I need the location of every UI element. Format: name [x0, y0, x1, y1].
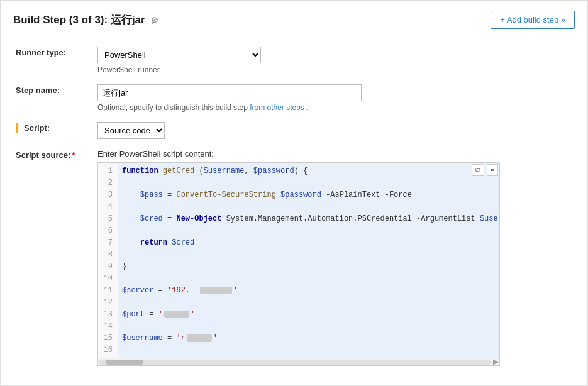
script-source-label-cell: Script source:* [13, 144, 95, 371]
page-title: Build Step (3 of 3): 运行jar [13, 13, 145, 27]
header-row: Build Step (3 of 3): 运行jar ⌮ + Add build… [13, 11, 575, 29]
runner-select-wrap: PowerShell [97, 47, 572, 63]
code-editor-textarea[interactable]: function getCred ($username, $password) … [118, 163, 499, 358]
toolbar-copy-button[interactable]: ⧉ [472, 164, 484, 176]
script-section-marker: Script: [16, 123, 92, 133]
step-name-cell: Optional, specify to distinguish this bu… [95, 79, 575, 117]
page-container: Build Step (3 of 3): 运行jar ⌮ + Add build… [0, 0, 588, 386]
code-lines-container: 12345 678910 1112131415 161718 function … [98, 163, 499, 358]
runner-type-row: Runner type: PowerShell PowerShell runne… [13, 41, 575, 79]
scrollbar-track [99, 360, 491, 365]
script-cell: Source code [95, 117, 575, 144]
script-type-select[interactable]: Source code [97, 122, 165, 139]
add-build-step-button[interactable]: + Add build step » [491, 11, 575, 29]
script-source-row: Script source:* Enter PowerShell script … [13, 144, 575, 371]
script-source-cell: Enter PowerShell script content: ⧉ ≡ 123… [95, 144, 575, 371]
code-editor-toolbar: ⧉ ≡ [472, 164, 498, 176]
script-row: Script: Source code [13, 117, 575, 144]
scrollbar-horizontal[interactable]: ▶ [98, 358, 499, 365]
step-name-hint: Optional, specify to distinguish this bu… [97, 103, 572, 112]
form-table: Runner type: PowerShell PowerShell runne… [13, 41, 575, 371]
scrollbar-thumb[interactable] [106, 360, 143, 365]
runner-type-label: Runner type: [13, 41, 95, 79]
scroll-right-icon[interactable]: ▶ [493, 358, 498, 366]
runner-type-cell: PowerShell PowerShell runner [95, 41, 575, 79]
runner-type-hint: PowerShell runner [97, 65, 572, 74]
code-editor-wrap: ⧉ ≡ 12345 678910 1112131415 161718 [97, 162, 500, 366]
title-link-icon[interactable]: ⌮ [150, 15, 158, 25]
script-select-wrap: Source code [97, 122, 572, 139]
required-marker: * [72, 150, 75, 160]
script-label: Script: [24, 123, 50, 133]
runner-type-select[interactable]: PowerShell [97, 47, 261, 63]
step-name-row: Step name: Optional, specify to distingu… [13, 79, 575, 117]
line-numbers: 12345 678910 1112131415 161718 [98, 163, 118, 358]
script-source-label: Script source: [16, 150, 70, 160]
build-step-title: Build Step (3 of 3): 运行jar ⌮ [13, 13, 158, 27]
step-name-input[interactable] [97, 84, 362, 101]
script-label-cell: Script: [13, 117, 95, 144]
toolbar-lines-button[interactable]: ≡ [487, 164, 498, 176]
step-name-label: Step name: [13, 79, 95, 117]
script-source-title: Enter PowerShell script content: [97, 149, 572, 158]
step-name-hint-link[interactable]: from other steps [250, 103, 304, 112]
